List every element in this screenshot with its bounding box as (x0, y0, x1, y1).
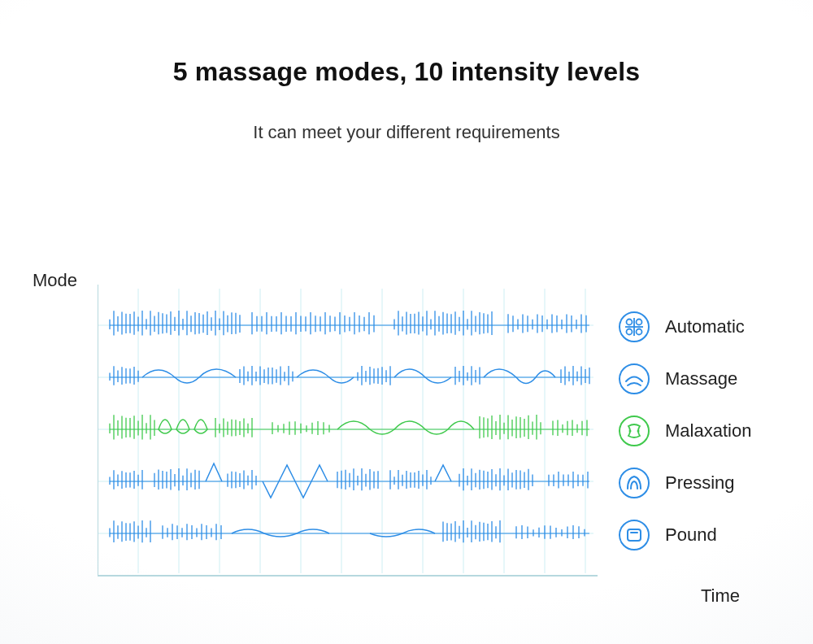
wave-pound (110, 520, 589, 542)
wave-automatic (110, 311, 589, 336)
svg-point-364 (637, 329, 642, 335)
svg-point-363 (627, 329, 633, 335)
svg-point-370 (637, 430, 640, 433)
legend-label-automatic: Automatic (665, 316, 745, 337)
legend-label-pressing: Pressing (665, 472, 735, 494)
waveform-chart (98, 285, 602, 577)
massage-icon (618, 363, 650, 395)
chart-area (98, 285, 602, 577)
legend-row-pound: Pound (618, 509, 805, 561)
svg-point-369 (629, 430, 632, 433)
wave-malaxation (110, 415, 589, 440)
wave-massage (110, 366, 589, 385)
svg-point-368 (620, 416, 649, 446)
legend-label-pound: Pound (665, 524, 717, 546)
malaxation-icon (618, 415, 650, 447)
svg-point-367 (620, 364, 649, 394)
svg-point-371 (620, 468, 649, 498)
legend-row-automatic: Automatic (618, 301, 805, 353)
wave-pressing (110, 463, 589, 498)
legend-row-malaxation: Malaxation (618, 405, 805, 457)
y-axis-label: Mode (33, 270, 77, 291)
page-title: 5 massage modes, 10 intensity levels (0, 57, 813, 87)
page: 5 massage modes, 10 intensity levels It … (0, 0, 813, 644)
svg-point-361 (627, 320, 633, 325)
x-axis-label: Time (701, 585, 740, 607)
legend-label-malaxation: Malaxation (665, 420, 751, 442)
svg-rect-373 (628, 529, 641, 541)
legend-row-massage: Massage (618, 353, 805, 405)
pound-icon (618, 519, 650, 551)
automatic-icon (618, 311, 650, 343)
legend-row-pressing: Pressing (618, 457, 805, 509)
pressing-icon (618, 467, 650, 499)
legend-label-massage: Massage (665, 368, 737, 389)
svg-point-362 (637, 320, 642, 325)
legend: Automatic Massage Malaxation (618, 301, 805, 561)
svg-point-372 (620, 520, 649, 550)
page-subtitle: It can meet your different requirements (0, 122, 813, 143)
